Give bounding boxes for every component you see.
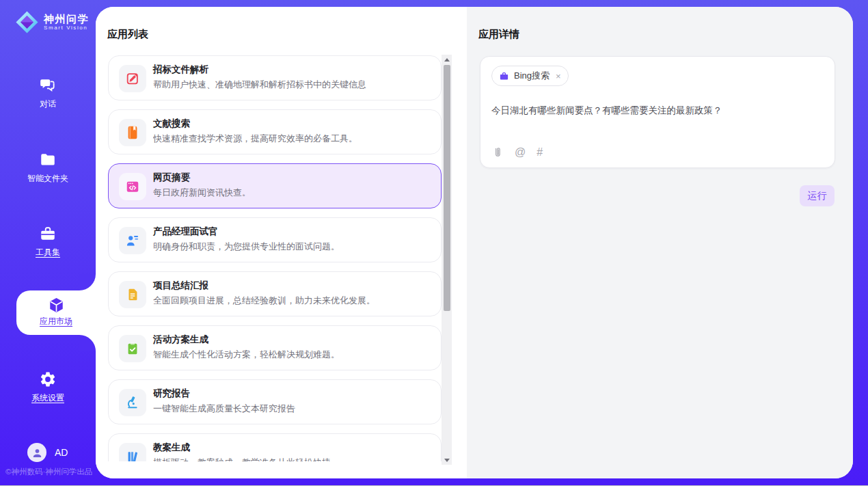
tool-chip-label: Bing搜索 bbox=[514, 70, 550, 82]
app-title: 教案生成 bbox=[153, 442, 430, 454]
app-icon-tile bbox=[119, 335, 146, 362]
app-icon-tile bbox=[119, 389, 146, 416]
pen-square-icon bbox=[125, 71, 140, 86]
app-icon-tile bbox=[119, 443, 146, 461]
clipboard-check-icon bbox=[125, 341, 140, 356]
copyright-text: ©神州数码·神州问学出品 bbox=[5, 467, 92, 477]
avatar bbox=[27, 443, 46, 462]
app-desc: 全面回顾项目进展，总结经验教训，助力未来优化发展。 bbox=[153, 295, 430, 306]
scrollbar-thumb[interactable] bbox=[444, 65, 450, 311]
app-card-project-summary[interactable]: 项目总结汇报 全面回顾项目进展，总结经验教训，助力未来优化发展。 bbox=[108, 271, 442, 316]
app-list-scroll-area: 招标文件解析 帮助用户快速、准确地理解和解析招标书中的关键信息 文献搜索 bbox=[108, 55, 442, 461]
sidebar-item-label: 系统设置 bbox=[0, 392, 96, 404]
app-desc: 帮助用户快速、准确地理解和解析招标书中的关键信息 bbox=[153, 79, 430, 90]
app-desc: 快速精准查找学术资源，提高研究效率的必备工具。 bbox=[153, 133, 430, 144]
app-desc: 智能生成个性化活动方案，轻松解决规划难题。 bbox=[153, 349, 430, 360]
brand-logo: 神州问学 Smart Vision bbox=[15, 10, 89, 34]
sidebar-item-settings[interactable]: 系统设置 bbox=[0, 370, 96, 404]
gear-icon bbox=[39, 370, 57, 388]
list-scrollbar[interactable] bbox=[442, 55, 452, 465]
briefcase-icon bbox=[499, 71, 509, 81]
app-desc: 明确身份和职责，为您提供专业性的面试问题。 bbox=[153, 241, 430, 252]
sidebar-item-label: 工具集 bbox=[0, 247, 96, 258]
interviewer-icon bbox=[125, 233, 140, 248]
document-icon bbox=[125, 287, 140, 302]
sidebar-item-toolset[interactable]: 工具集 bbox=[0, 225, 96, 258]
at-mention-icon[interactable]: @ bbox=[515, 146, 526, 159]
prompt-input-card[interactable]: Bing搜索 × 今日湖北有哪些新闻要点？有哪些需要关注的最新政策？ @ # bbox=[480, 56, 835, 168]
diamond-logo-icon bbox=[15, 10, 39, 34]
user-account[interactable]: AD bbox=[27, 443, 68, 462]
microscope-icon bbox=[125, 395, 140, 410]
app-desc: 模板驱动，教案秒成，教学准备从此轻松快捷 bbox=[153, 457, 430, 461]
sidebar-item-smart-folder[interactable]: 智能文件夹 bbox=[0, 151, 96, 185]
user-initials: AD bbox=[55, 447, 68, 458]
briefcase-icon bbox=[39, 225, 57, 243]
sidebar-item-label: 智能文件夹 bbox=[0, 173, 96, 185]
sidebar-item-chat[interactable]: 对话 bbox=[0, 77, 96, 110]
app-card-pm-interviewer[interactable]: 产品经理面试官 明确身份和职责，为您提供专业性的面试问题。 bbox=[108, 217, 442, 262]
app-list-title: 应用列表 bbox=[107, 28, 148, 41]
hash-icon[interactable]: # bbox=[537, 146, 543, 159]
app-card-research-report[interactable]: 研究报告 一键智能生成高质量长文本研究报告 bbox=[108, 379, 442, 424]
tool-chip-bing-search[interactable]: Bing搜索 × bbox=[491, 66, 569, 86]
sidebar-item-label: 对话 bbox=[0, 98, 96, 110]
sidebar-item-label: 应用市场 bbox=[16, 316, 96, 327]
cube-icon bbox=[47, 296, 66, 314]
books-icon bbox=[125, 449, 140, 461]
app-card-web-summary[interactable]: 网页摘要 每日政府新闻资讯快查。 bbox=[108, 163, 442, 208]
app-title: 网页摘要 bbox=[153, 172, 430, 184]
prompt-text[interactable]: 今日湖北有哪些新闻要点？有哪些需要关注的最新政策？ bbox=[491, 104, 819, 117]
app-icon-tile bbox=[119, 227, 146, 254]
browser-code-icon bbox=[125, 179, 140, 194]
scrollbar-up-arrow-icon[interactable] bbox=[442, 55, 452, 64]
app-detail-panel: 应用详情 Bing搜索 × 今日湖北有哪些新闻要点？有哪些需要关注的最新政策？ … bbox=[467, 7, 853, 478]
bubble-notch-bottom bbox=[79, 335, 96, 351]
main-content: 应用列表 招标文件解析 帮助用户快速、准确地理解和解析招标书中的关键信息 bbox=[96, 7, 853, 478]
app-title: 产品经理面试官 bbox=[153, 226, 430, 238]
folder-icon bbox=[39, 151, 57, 169]
chip-close-icon[interactable]: × bbox=[556, 71, 561, 81]
brand-subtitle: Smart Vision bbox=[44, 25, 89, 31]
run-button[interactable]: 运行 bbox=[800, 185, 835, 206]
app-desc: 一键智能生成高质量长文本研究报告 bbox=[153, 403, 430, 414]
paperclip-icon[interactable] bbox=[491, 146, 504, 159]
app-desc: 每日政府新闻资讯快查。 bbox=[153, 187, 430, 198]
app-card-literature-search[interactable]: 文献搜索 快速精准查找学术资源，提高研究效率的必备工具。 bbox=[108, 109, 442, 154]
app-title: 文献搜索 bbox=[153, 118, 430, 130]
app-icon-tile bbox=[119, 65, 146, 92]
app-frame: 神州问学 Smart Vision 对话 智能文件夹 工具 bbox=[0, 0, 868, 486]
person-icon bbox=[31, 447, 43, 459]
app-card-lesson-plan[interactable]: 教案生成 模板驱动，教案秒成，教学准备从此轻松快捷 bbox=[108, 433, 442, 461]
sidebar: 神州问学 Smart Vision 对话 智能文件夹 工具 bbox=[0, 0, 96, 486]
chat-icon bbox=[39, 77, 57, 94]
app-card-event-plan[interactable]: 活动方案生成 智能生成个性化活动方案，轻松解决规划难题。 bbox=[108, 325, 442, 370]
app-list-panel: 应用列表 招标文件解析 帮助用户快速、准确地理解和解析招标书中的关键信息 bbox=[96, 7, 467, 478]
app-title: 研究报告 bbox=[153, 388, 430, 400]
app-title: 招标文件解析 bbox=[153, 64, 430, 76]
app-icon-tile bbox=[119, 119, 146, 146]
scrollbar-down-arrow-icon[interactable] bbox=[442, 455, 452, 465]
app-title: 项目总结汇报 bbox=[153, 280, 430, 292]
attachment-toolbar: @ # bbox=[491, 146, 543, 159]
bubble-notch-top bbox=[79, 274, 96, 290]
app-icon-tile bbox=[119, 173, 146, 200]
app-title: 活动方案生成 bbox=[153, 334, 430, 346]
app-card-bid-document-analysis[interactable]: 招标文件解析 帮助用户快速、准确地理解和解析招标书中的关键信息 bbox=[108, 55, 442, 100]
app-icon-tile bbox=[119, 281, 146, 308]
brand-name: 神州问学 bbox=[44, 13, 89, 25]
book-icon bbox=[125, 125, 140, 140]
app-detail-title: 应用详情 bbox=[478, 28, 519, 41]
sidebar-item-app-market[interactable]: 应用市场 bbox=[16, 290, 96, 335]
